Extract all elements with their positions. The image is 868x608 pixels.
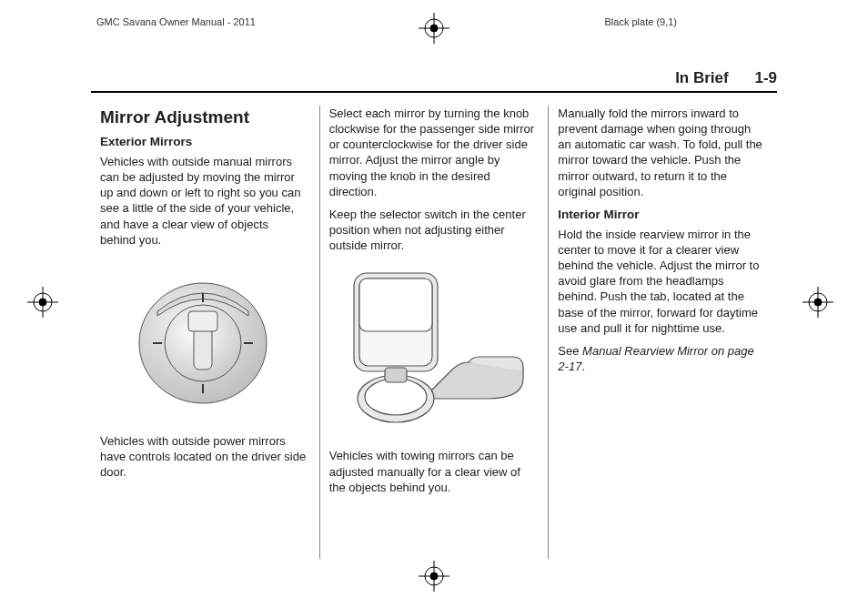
svg-rect-29 (385, 368, 407, 382)
towing-mirror-figure (329, 262, 536, 435)
content-frame: In Brief 1-9 Mirror Adjustment Exterior … (91, 71, 777, 559)
crop-mark-icon (802, 287, 833, 321)
svg-rect-19 (188, 311, 217, 331)
paragraph: Vehicles with towing mirrors can be adju… (329, 448, 536, 494)
column-2: Select each mirror by turning the knob c… (319, 106, 549, 559)
column-3: Manually fold the mirrors inward to prev… (548, 106, 777, 559)
crop-mark-icon (27, 287, 58, 321)
section-heading: Mirror Adjustment (100, 106, 307, 128)
plate-info: Black plate (9,1) (605, 16, 677, 27)
see-reference: See Manual Rearview Mirror on page 2-17. (558, 343, 764, 374)
header-rule (91, 91, 777, 93)
subheading-exterior-mirrors: Exterior Mirrors (100, 134, 307, 150)
paragraph: Manually fold the mirrors inward to prev… (558, 106, 764, 199)
see-suffix: . (581, 360, 585, 373)
see-prefix: See (558, 344, 582, 358)
svg-point-7 (430, 573, 438, 580)
subheading-interior-mirror: Interior Mirror (558, 207, 764, 223)
header-section: In Brief (675, 69, 729, 86)
mirror-knob-figure (100, 257, 307, 421)
paragraph: Keep the selector switch in the center p… (329, 207, 536, 253)
three-column-body: Mirror Adjustment Exterior Mirrors Vehic… (91, 106, 777, 559)
doc-title: GMC Savana Owner Manual - 2011 (96, 16, 256, 27)
header-page-number: 1-9 (754, 69, 777, 86)
running-header: In Brief 1-9 (675, 69, 777, 87)
svg-point-15 (814, 299, 822, 306)
print-metadata: GMC Savana Owner Manual - 2011 Black pla… (91, 16, 777, 38)
cross-reference: Manual Rearview Mirror on page 2-17 (558, 344, 753, 373)
paragraph: Vehicles with outside manual mirrors can… (100, 154, 307, 248)
paragraph: Hold the inside rearview mirror in the c… (558, 227, 764, 336)
svg-rect-26 (359, 279, 432, 331)
svg-point-11 (39, 299, 46, 306)
crop-mark-icon (419, 561, 449, 595)
svg-point-28 (365, 379, 427, 415)
manual-page: GMC Savana Owner Manual - 2011 Black pla… (0, 0, 868, 608)
paragraph: Vehicles with outside power mirrors have… (100, 433, 307, 480)
paragraph: Select each mirror by turning the knob c… (329, 106, 536, 199)
column-1: Mirror Adjustment Exterior Mirrors Vehic… (91, 106, 319, 559)
